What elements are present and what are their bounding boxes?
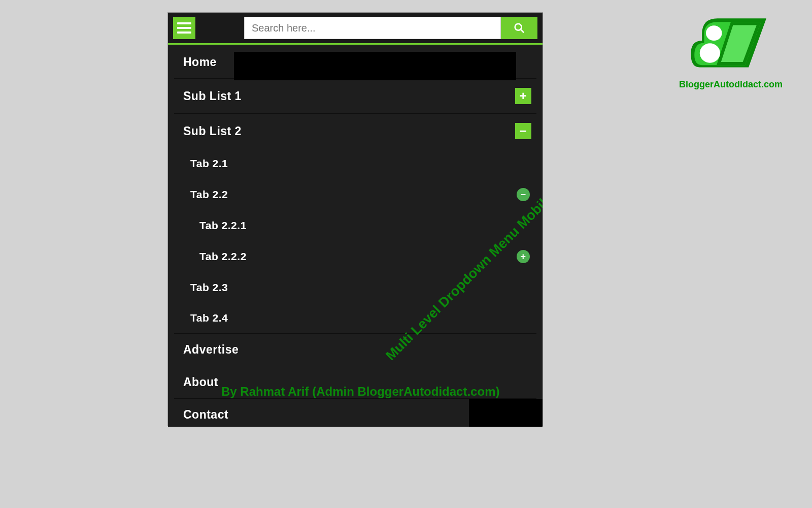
menu-label: Tab 2.3 bbox=[190, 281, 228, 294]
menu-panel: Home Sub List 1 + Sub List 2 − Tab 2.1 T… bbox=[168, 45, 543, 427]
search-icon bbox=[514, 22, 525, 34]
expand-button[interactable]: + bbox=[515, 88, 531, 104]
menu-label: Tab 2.2.2 bbox=[199, 250, 247, 263]
menu-item-tab24[interactable]: Tab 2.4 bbox=[174, 303, 536, 333]
search-container bbox=[244, 17, 537, 39]
hamburger-line-icon bbox=[177, 27, 191, 29]
menu-item-advertise[interactable]: Advertise bbox=[174, 333, 536, 366]
svg-point-0 bbox=[515, 24, 522, 30]
header-bar bbox=[168, 13, 543, 43]
menu-label: Contact bbox=[183, 408, 228, 422]
search-input[interactable] bbox=[244, 17, 501, 39]
collapse-button[interactable]: − bbox=[517, 188, 530, 201]
minus-icon: − bbox=[520, 124, 527, 138]
menu-label: Tab 2.2.1 bbox=[199, 219, 247, 232]
svg-point-2 bbox=[700, 43, 720, 63]
svg-point-3 bbox=[706, 25, 722, 41]
expand-button[interactable]: + bbox=[517, 250, 530, 263]
minus-icon: − bbox=[520, 189, 526, 200]
menu-item-tab21[interactable]: Tab 2.1 bbox=[174, 148, 536, 179]
menu-label: Sub List 1 bbox=[183, 89, 242, 103]
menu-label: Sub List 2 bbox=[183, 124, 242, 138]
menu-item-tab22[interactable]: Tab 2.2 − bbox=[174, 179, 536, 210]
hamburger-line-icon bbox=[177, 22, 191, 24]
menu-item-sublist1[interactable]: Sub List 1 + bbox=[174, 78, 536, 113]
menu-item-sublist2[interactable]: Sub List 2 − bbox=[174, 113, 536, 148]
logo-caption: BloggerAutodidact.com bbox=[670, 79, 792, 90]
menu-label: Tab 2.1 bbox=[190, 157, 228, 170]
menu-label: Tab 2.2 bbox=[190, 188, 228, 201]
hamburger-button[interactable] bbox=[173, 17, 195, 39]
menu-item-about[interactable]: About bbox=[174, 366, 536, 398]
plus-icon: + bbox=[520, 89, 527, 103]
menu-label: Home bbox=[183, 55, 217, 69]
menu-item-tab23[interactable]: Tab 2.3 bbox=[174, 272, 536, 303]
collapse-button[interactable]: − bbox=[515, 123, 531, 139]
search-button[interactable] bbox=[501, 17, 537, 39]
redaction-bar bbox=[469, 399, 543, 427]
menu-label: Advertise bbox=[183, 343, 239, 357]
menu-label: Tab 2.4 bbox=[190, 312, 228, 324]
mobile-preview-frame: Home Sub List 1 + Sub List 2 − Tab 2.1 T… bbox=[167, 12, 543, 426]
menu-item-tab222[interactable]: Tab 2.2.2 + bbox=[174, 241, 536, 272]
svg-line-1 bbox=[521, 29, 524, 33]
plus-icon: + bbox=[520, 251, 526, 262]
site-logo: BloggerAutodidact.com bbox=[670, 5, 792, 90]
redaction-bar bbox=[234, 52, 516, 80]
menu-label: About bbox=[183, 375, 218, 389]
hamburger-line-icon bbox=[177, 31, 191, 34]
menu-item-tab221[interactable]: Tab 2.2.1 bbox=[174, 210, 536, 241]
logo-icon bbox=[685, 5, 776, 76]
